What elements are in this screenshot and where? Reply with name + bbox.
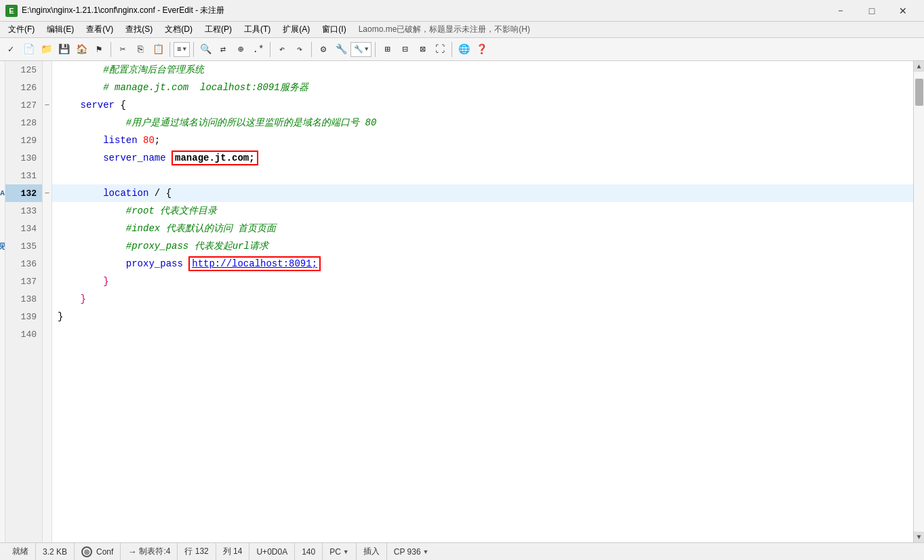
toolbar-mark-btn[interactable]: ⊕ (233, 41, 249, 58)
status-conf[interactable]: ◎ Conf (75, 543, 121, 560)
toolbar-sep-5 (311, 42, 312, 57)
code-content-128: #用户是通过域名访问的所以这里监听的是域名的端口号 80 (58, 117, 376, 129)
menu-document[interactable]: 文档(D) (159, 22, 198, 37)
fold-125 (43, 61, 52, 79)
tab-arrow-icon: → (127, 546, 136, 557)
edge-cell-136 (0, 255, 5, 273)
toolbar-paste-btn[interactable]: 📋 (150, 41, 166, 58)
fold-134 (43, 220, 52, 237)
toolbar-copy-btn[interactable]: ⎘ (132, 41, 148, 58)
code-line-137: } (52, 273, 913, 290)
toolbar-save2-btn[interactable]: 💾 (56, 41, 72, 58)
toolbar-grid-btn[interactable]: ⊟ (397, 41, 413, 58)
line-num-135: 135 (5, 237, 42, 255)
code-line-126: # manage.jt.com localhost:8091服务器 (52, 79, 913, 96)
edge-cell-125 (0, 61, 5, 79)
status-insert[interactable]: 插入 (357, 543, 387, 560)
left-edge-markers: A 见 (0, 61, 5, 542)
toolbar-layout-btn[interactable]: ⊞ (379, 41, 395, 58)
minimize-button[interactable]: － (825, 0, 856, 22)
menu-tools[interactable]: 工具(T) (239, 22, 276, 37)
code-line-135: #proxy_pass 代表发起url请求 (52, 237, 913, 255)
status-filesize: 3.2 KB (36, 543, 75, 560)
toolbar-regex-btn[interactable]: .* (250, 41, 266, 58)
status-cp[interactable]: CP 936 ▼ (387, 543, 436, 560)
fold-138 (43, 290, 52, 308)
status-bar: 就绪 3.2 KB ◎ Conf → 制表符:4 行 132 列 14 U+0D… (0, 542, 924, 560)
toolbar-settings-btn[interactable]: ⚙ (315, 41, 332, 58)
toolbar-home-btn[interactable]: 🏠 (73, 41, 89, 58)
scroll-thumb[interactable] (915, 79, 923, 106)
menu-help[interactable]: Laomo.me已破解，标题显示未注册，不影响(H) (353, 22, 536, 37)
encoding-dropdown-icon: ▼ (343, 548, 349, 555)
code-content-127: server (58, 100, 120, 111)
code-line-133: #root 代表文件目录 (52, 202, 913, 220)
fold-136 (43, 255, 52, 273)
toolbar-save-btn[interactable]: ✓ (3, 41, 19, 58)
line-num-133: 133 (5, 202, 42, 220)
fold-128 (43, 114, 52, 132)
toolbar-tool2-btn[interactable]: 🔧 (333, 41, 349, 58)
toolbar-open-btn[interactable]: 📁 (38, 41, 54, 58)
toolbar-split-btn[interactable]: ⊠ (414, 41, 430, 58)
fold-132[interactable]: ─ (43, 184, 52, 202)
toolbar-tool-dropdown[interactable]: 🔧 ▼ (350, 42, 371, 57)
menu-view[interactable]: 查看(V) (81, 22, 119, 37)
scrollbar-vertical[interactable]: ▲ ▼ (913, 61, 924, 542)
code-content-130b-box: manage.jt.com; (172, 151, 258, 165)
code-content-132a: location (58, 188, 155, 199)
status-encoding[interactable]: PC ▼ (323, 543, 357, 560)
line-num-128: 128 (5, 114, 42, 132)
maximize-button[interactable]: □ (856, 0, 887, 22)
menu-edit[interactable]: 编辑(E) (41, 22, 79, 37)
toolbar-cut-btn[interactable]: ✂ (115, 41, 131, 58)
toolbar-flag-btn[interactable]: ⚑ (91, 41, 107, 58)
code-line-138: } (52, 290, 913, 308)
fold-135 (43, 237, 52, 255)
fold-127[interactable]: ─ (43, 96, 52, 114)
lines-text: 140 (302, 547, 315, 557)
toolbar-sep-7 (451, 42, 452, 57)
code-content-136b-box: http://localhost:8091; (188, 256, 321, 271)
fold-126 (43, 79, 52, 96)
code-content-125: #配置京淘后台管理系统 (58, 64, 204, 76)
line-num-129: 129 (5, 132, 42, 149)
toolbar-replace-btn[interactable]: ⇄ (215, 41, 231, 58)
toolbar-undo-btn[interactable]: ↶ (274, 41, 290, 58)
toolbar-find-btn[interactable]: 🔍 (197, 41, 214, 58)
menu-window[interactable]: 窗口(I) (317, 22, 351, 37)
toolbar-help-btn[interactable]: ❓ (473, 41, 489, 58)
menu-search[interactable]: 查找(S) (120, 22, 158, 37)
code-line-127: server { (52, 96, 913, 114)
toolbar-full-btn[interactable]: ⛶ (432, 41, 448, 58)
code-content-132b: / { (155, 188, 172, 199)
toolbar-internet-btn[interactable]: 🌐 (456, 41, 472, 58)
edge-cell-140 (0, 325, 5, 343)
scroll-down-btn[interactable]: ▼ (914, 532, 925, 542)
line-num-136: 136 (5, 255, 42, 273)
title-bar: E E:\nginx\nginx-1.21.1\conf\nginx.conf … (0, 0, 924, 22)
close-button[interactable]: ✕ (887, 0, 919, 22)
app-icon: E (5, 5, 18, 17)
code-line-139: } (52, 308, 913, 325)
editor-container: A 见 125 126 127 128 129 130 131 132 133 … (0, 61, 924, 542)
scroll-track[interactable] (914, 72, 924, 532)
code-content-140 (58, 329, 63, 340)
menu-extensions[interactable]: 扩展(A) (277, 22, 315, 37)
toolbar-new-btn[interactable]: 📄 (20, 41, 37, 58)
cp-text: CP 936 (394, 547, 421, 557)
toolbar-redo-btn[interactable]: ↷ (292, 41, 308, 58)
menu-file[interactable]: 文件(F) (3, 22, 40, 37)
code-area[interactable]: #配置京淘后台管理系统 # manage.jt.com localhost:80… (52, 61, 913, 542)
menu-project[interactable]: 工程(P) (199, 22, 237, 37)
window-title: E:\nginx\nginx-1.21.1\conf\nginx.conf - … (22, 5, 825, 16)
edge-cell-134 (0, 220, 5, 237)
status-unicode: U+0D0A (249, 543, 295, 560)
code-content-131 (58, 170, 63, 181)
code-content-133: #root 代表文件目录 (58, 205, 217, 217)
line-num-139: 139 (5, 308, 42, 325)
status-col: 列 14 (216, 543, 250, 560)
scroll-up-btn[interactable]: ▲ (914, 61, 925, 72)
conf-label: Conf (96, 547, 113, 557)
toolbar-format-dropdown[interactable]: ≡ ▼ (174, 42, 190, 57)
